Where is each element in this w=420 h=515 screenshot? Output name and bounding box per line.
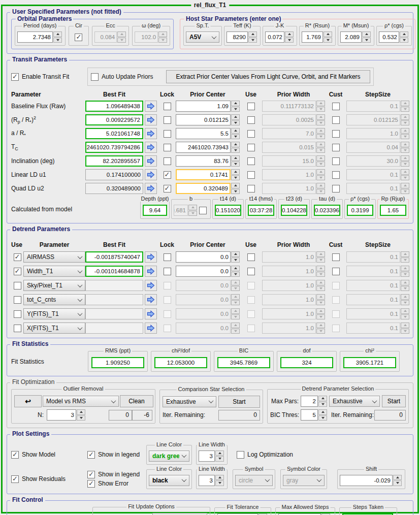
- spinner-down-button[interactable]: [231, 189, 240, 195]
- lock-checkbox[interactable]: [164, 185, 171, 192]
- lock-checkbox[interactable]: [164, 253, 171, 261]
- transfer-value-button[interactable]: [145, 308, 157, 319]
- lock-checkbox[interactable]: [164, 103, 171, 110]
- spinner-down-button[interactable]: [393, 480, 402, 486]
- model-line-color-dropdown[interactable]: dark green: [149, 450, 189, 462]
- transfer-value-button[interactable]: [145, 155, 157, 167]
- transfer-value-button[interactable]: [145, 294, 157, 305]
- spinner-down-button[interactable]: [324, 38, 332, 43]
- cust-stepsize-checkbox[interactable]: [332, 130, 340, 138]
- use-detrend-checkbox[interactable]: [14, 310, 21, 318]
- spinner-up-button[interactable]: [231, 128, 240, 134]
- spinner-up-button[interactable]: [77, 409, 85, 415]
- cust-stepsize-checkbox[interactable]: [332, 171, 340, 179]
- cust-stepsize-checkbox[interactable]: [332, 157, 340, 165]
- spinner-down-button[interactable]: [231, 120, 240, 126]
- jk-spinner-value[interactable]: 0.072: [265, 31, 284, 43]
- model-line-width-spinner[interactable]: 3: [199, 450, 224, 462]
- prior-center-spinner[interactable]: 5.5: [176, 128, 240, 139]
- transfer-value-button[interactable]: [145, 114, 157, 125]
- show-error-checkbox[interactable]: [87, 480, 95, 488]
- spinner-down-button[interactable]: [231, 148, 240, 153]
- spinner-up-button[interactable]: [248, 31, 257, 37]
- prior-center-spinner[interactable]: 83.76: [176, 155, 240, 167]
- prior-center-spinner-value[interactable]: 2461020.73943: [176, 142, 231, 153]
- spinner-down-button[interactable]: [285, 38, 294, 43]
- teff-spinner[interactable]: 8290: [227, 31, 257, 43]
- transfer-value-button[interactable]: [145, 142, 157, 153]
- spinner-up-button[interactable]: [318, 409, 327, 415]
- period-days-spinner[interactable]: 2.7348: [17, 31, 62, 43]
- mstar-spinner-value[interactable]: 2.089: [340, 31, 362, 43]
- transfer-value-button[interactable]: [145, 128, 157, 139]
- spinner-up-button[interactable]: [231, 251, 240, 257]
- residuals-line-width-spinner-value[interactable]: 3: [199, 475, 215, 486]
- teff-spinner-value[interactable]: 8290: [227, 31, 248, 43]
- prior-center-spinner[interactable]: 0.012125: [176, 114, 240, 125]
- transfer-value-button[interactable]: [145, 101, 157, 112]
- spinner-down-button[interactable]: [53, 38, 62, 43]
- prior-center-spinner-value[interactable]: 1.09: [176, 101, 231, 112]
- transfer-value-button[interactable]: [145, 266, 157, 277]
- use-prior-checkbox[interactable]: [247, 130, 255, 138]
- spinner-up-button[interactable]: [215, 450, 224, 456]
- rstar-spinner[interactable]: 1.769: [302, 31, 332, 43]
- use-prior-checkbox[interactable]: [247, 268, 255, 275]
- spinner-up-button[interactable]: [362, 31, 371, 37]
- spinner-down-button[interactable]: [231, 134, 240, 140]
- use-detrend-checkbox[interactable]: [14, 268, 21, 275]
- spinner-up-button[interactable]: [231, 155, 240, 161]
- spinner-down-button[interactable]: [231, 162, 240, 167]
- spinner-down-button[interactable]: [231, 258, 240, 263]
- mstar-spinner[interactable]: 2.089: [340, 31, 371, 43]
- spinner-down-button[interactable]: [362, 38, 371, 43]
- lock-checkbox[interactable]: [164, 268, 171, 275]
- log-optimization-checkbox[interactable]: [237, 451, 244, 459]
- spinner-up-button[interactable]: [53, 31, 62, 37]
- undo-outlier-removal-button[interactable]: ↩: [14, 395, 42, 407]
- bic-thres-spinner-value[interactable]: 5: [301, 409, 318, 421]
- prior-center-spinner-value[interactable]: 83.76: [176, 155, 231, 167]
- spinner-down-button[interactable]: [215, 456, 224, 462]
- prior-center-spinner[interactable]: 0.0: [176, 266, 240, 277]
- model-show-in-legend-checkbox[interactable]: [87, 451, 95, 459]
- use-prior-checkbox[interactable]: [247, 144, 255, 151]
- detrend-parameter-dropdown[interactable]: tot_C_cnts: [23, 294, 85, 305]
- prior-center-spinner-value[interactable]: 0.0: [176, 251, 231, 263]
- prior-center-spinner-value[interactable]: 5.5: [176, 128, 231, 139]
- use-prior-checkbox[interactable]: [247, 103, 255, 110]
- show-residuals-checkbox[interactable]: [11, 475, 19, 483]
- spinner-down-button[interactable]: [318, 402, 327, 407]
- prior-center-spinner[interactable]: 0.320489: [176, 183, 240, 194]
- comparison-method-dropdown[interactable]: Exhaustive: [163, 396, 216, 407]
- detrend-method-dropdown[interactable]: Exhaustive: [329, 396, 380, 407]
- spinner-up-button[interactable]: [400, 31, 408, 37]
- use-detrend-checkbox[interactable]: [14, 296, 21, 304]
- detrend-parameter-dropdown[interactable]: Width_T1: [23, 266, 85, 277]
- cust-stepsize-checkbox[interactable]: [332, 144, 340, 151]
- prior-center-spinner[interactable]: 0.0: [176, 251, 240, 263]
- spinner-down-button[interactable]: [318, 415, 327, 421]
- jk-spinner[interactable]: 0.072: [265, 31, 294, 43]
- spinner-down-button[interactable]: [231, 107, 240, 112]
- use-detrend-checkbox[interactable]: [14, 253, 21, 261]
- rho-star-spinner[interactable]: 0.532: [379, 31, 408, 43]
- use-detrend-checkbox[interactable]: [14, 282, 21, 289]
- shift-spinner-value[interactable]: -0.029: [340, 475, 393, 486]
- circular-orbit-checkbox[interactable]: [75, 34, 82, 41]
- comparison-start-button[interactable]: Start: [218, 396, 260, 408]
- prior-center-spinner-value[interactable]: 0.012125: [176, 114, 231, 125]
- enable-transit-fit-checkbox[interactable]: [11, 73, 19, 81]
- max-pars-spinner[interactable]: 2: [301, 396, 327, 407]
- prior-center-spinner-value[interactable]: 0.1741: [176, 169, 231, 180]
- cust-stepsize-checkbox[interactable]: [332, 116, 340, 124]
- cust-stepsize-checkbox[interactable]: [332, 185, 340, 192]
- period-days-spinner-value[interactable]: 2.7348: [17, 31, 53, 43]
- residuals-show-in-legend-checkbox[interactable]: [87, 471, 95, 478]
- spinner-up-button[interactable]: [231, 114, 240, 120]
- spinner-up-button[interactable]: [393, 475, 402, 480]
- residuals-line-width-spinner[interactable]: 3: [199, 475, 224, 486]
- outlier-method-dropdown[interactable]: Model vs RMS: [43, 396, 119, 407]
- detrend-parameter-dropdown[interactable]: Sky/Pixel_T1: [23, 280, 85, 291]
- residuals-line-color-dropdown[interactable]: black: [149, 475, 189, 486]
